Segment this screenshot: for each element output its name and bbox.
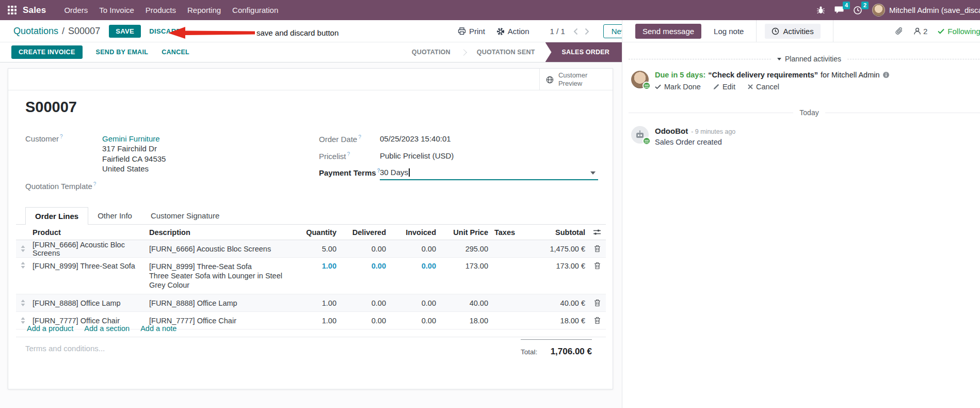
col-product[interactable]: Product	[29, 228, 146, 237]
add-product-link[interactable]: Add a product	[27, 324, 73, 333]
odoobot-avatar[interactable]	[631, 126, 649, 144]
stage-quotation-sent[interactable]: QUOTATION SENT	[467, 42, 545, 62]
message-author[interactable]: OdooBot	[655, 127, 688, 135]
send-message-button[interactable]: Send message	[635, 24, 701, 39]
apps-grid-icon[interactable]	[8, 6, 17, 14]
terms-placeholder[interactable]: Terms and conditions...	[25, 344, 105, 353]
breadcrumb-current: S00007	[68, 26, 100, 37]
cell-quantity[interactable]: 1.00	[295, 262, 340, 270]
activity-avatar[interactable]	[631, 71, 649, 88]
customer-preview-button[interactable]: Customer Preview	[539, 69, 613, 90]
col-delivered[interactable]: Delivered	[340, 228, 389, 237]
payment-terms-dropdown-icon[interactable]	[590, 171, 596, 175]
stage-quotation[interactable]: QUOTATION	[401, 42, 461, 62]
following-button[interactable]: Following	[938, 27, 980, 36]
cell-description[interactable]: [FURN_6666] Acoustic Bloc Screens	[146, 244, 295, 254]
followers-button[interactable]: 2	[913, 27, 927, 36]
cell-invoiced[interactable]: 0.00	[389, 299, 439, 307]
pager-previous-icon[interactable]	[570, 25, 582, 38]
menu-reporting[interactable]: Reporting	[182, 0, 227, 20]
stage-sales-order[interactable]: SALES ORDER	[545, 42, 622, 62]
online-badge-icon	[642, 137, 651, 145]
order-lines-table: Product Description Quantity Delivered I…	[16, 225, 606, 329]
delete-row-icon[interactable]	[588, 299, 606, 307]
edit-activity-button[interactable]: Edit	[713, 83, 735, 91]
user-menu[interactable]: Mitchell Admin (save_discard	[872, 4, 980, 17]
cell-unit-price[interactable]: 295.00	[439, 245, 491, 253]
col-description[interactable]: Description	[146, 228, 295, 237]
tab-order-lines[interactable]: Order Lines	[25, 207, 88, 225]
drag-handle-icon[interactable]	[16, 245, 29, 252]
table-row[interactable]: [FURN_8999] Three-Seat Sofa [FURN_8999] …	[16, 258, 606, 294]
cell-invoiced[interactable]: 0.00	[389, 262, 439, 270]
send-by-email-button[interactable]: SEND BY EMAIL	[96, 49, 149, 56]
col-subtotal[interactable]: Subtotal	[525, 228, 588, 237]
debug-bug-icon[interactable]	[811, 0, 830, 20]
cell-product[interactable]: [FURN_8999] Three-Seat Sofa	[29, 262, 146, 270]
cell-product[interactable]: [FURN_8888] Office Lamp	[29, 299, 146, 307]
divider	[833, 20, 833, 42]
cell-quantity[interactable]: 1.00	[295, 299, 340, 307]
cancel-button[interactable]: CANCEL	[162, 49, 189, 56]
breadcrumb-quotations[interactable]: Quotations	[13, 26, 58, 37]
table-header-row: Product Description Quantity Delivered I…	[16, 225, 606, 240]
cell-delivered[interactable]: 0.00	[340, 262, 389, 270]
cell-delivered[interactable]: 0.00	[340, 245, 389, 253]
cell-invoiced[interactable]: 0.00	[389, 245, 439, 253]
cell-description[interactable]: [FURN_8888] Office Lamp	[146, 299, 295, 308]
table-row[interactable]: [FURN_6666] Acoustic Bloc Screens [FURN_…	[16, 240, 606, 258]
print-button[interactable]: Print	[458, 27, 485, 36]
delete-row-icon[interactable]	[588, 262, 606, 270]
tab-other-info[interactable]: Other Info	[88, 207, 141, 224]
menu-configuration[interactable]: Configuration	[227, 0, 284, 20]
delete-row-icon[interactable]	[588, 245, 606, 253]
table-row[interactable]: [FURN_8888] Office Lamp [FURN_8888] Offi…	[16, 294, 606, 312]
pager-next-icon[interactable]	[582, 25, 593, 38]
top-navbar: Sales Orders To Invoice Products Reporti…	[0, 0, 980, 20]
optional-columns-icon[interactable]	[588, 229, 606, 236]
add-note-link[interactable]: Add a note	[140, 324, 176, 333]
drag-handle-icon[interactable]	[16, 300, 29, 306]
cell-quantity[interactable]: 5.00	[295, 245, 340, 253]
navbar-systray: 4 2 Mitchell Admin (save_discard	[811, 0, 980, 20]
cell-description[interactable]: [FURN_8999] Three-Seat Sofa Three Seater…	[146, 262, 295, 290]
planned-activities-header[interactable]: Planned activities	[622, 55, 980, 63]
save-button[interactable]: SAVE	[109, 25, 141, 38]
menu-orders[interactable]: Orders	[58, 0, 93, 20]
create-invoice-button[interactable]: CREATE INVOICE	[11, 45, 83, 59]
activities-button[interactable]: Activities	[765, 24, 820, 39]
col-unit-price[interactable]: Unit Price	[439, 228, 491, 237]
info-icon[interactable]	[882, 71, 890, 79]
activity-due: Due in 5 days:	[655, 71, 705, 79]
globe-icon	[546, 75, 554, 84]
cell-unit-price[interactable]: 40.00	[439, 299, 491, 307]
cell-subtotal: 1,475.00 €	[525, 245, 588, 253]
col-taxes[interactable]: Taxes	[491, 228, 525, 237]
gear-icon	[496, 27, 505, 36]
menu-products[interactable]: Products	[140, 0, 182, 20]
app-title[interactable]: Sales	[23, 5, 46, 15]
col-quantity[interactable]: Quantity	[295, 228, 340, 237]
customer-link[interactable]: Gemini Furniture	[102, 134, 166, 144]
log-note-button[interactable]: Log note	[714, 27, 744, 36]
cell-unit-price[interactable]: 173.00	[439, 262, 491, 270]
cell-product[interactable]: [FURN_6666] Acoustic Bloc Screens	[29, 241, 146, 257]
add-section-link[interactable]: Add a section	[84, 324, 130, 333]
action-button[interactable]: Action	[496, 27, 529, 36]
activity-item: Due in 5 days: “Check delivery requireme…	[631, 71, 980, 91]
cancel-activity-button[interactable]: Cancel	[748, 83, 779, 91]
payment-terms-field[interactable]: 30 Days	[380, 168, 410, 177]
mark-done-button[interactable]: Mark Done	[655, 83, 701, 91]
cell-delivered[interactable]: 0.00	[340, 299, 389, 307]
tab-customer-signature[interactable]: Customer Signature	[141, 207, 229, 224]
status-stages: QUOTATION QUOTATION SENT SALES ORDER	[401, 42, 622, 62]
drag-handle-icon[interactable]	[16, 262, 29, 269]
quotation-template-label: Quotation Template?	[25, 181, 96, 191]
order-date-field[interactable]: 05/25/2023 15:40:01	[380, 134, 451, 143]
attachments-paperclip-icon[interactable]	[895, 27, 903, 36]
pricelist-field[interactable]: Public Pricelist (USD)	[380, 151, 454, 160]
activities-clock-icon[interactable]: 2	[848, 0, 867, 20]
col-invoiced[interactable]: Invoiced	[389, 228, 439, 237]
messages-icon[interactable]: 4	[830, 0, 848, 20]
menu-to-invoice[interactable]: To Invoice	[93, 0, 140, 20]
